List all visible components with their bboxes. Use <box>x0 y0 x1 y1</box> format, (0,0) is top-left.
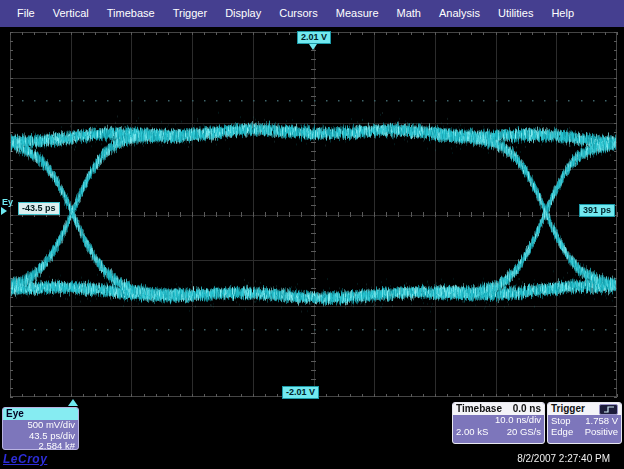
timebase-sample-rate: 20 GS/s <box>507 426 541 437</box>
lecroy-logo: LeCroy <box>3 452 47 466</box>
trigger-position-marker-icon[interactable] <box>68 399 78 406</box>
timebase-descriptor[interactable]: Timebase 0.0 ns 10.0 ns/div 2.00 kS 20 G… <box>452 402 545 444</box>
horizontal-offset-badge[interactable]: -43.5 ps <box>18 202 60 215</box>
trigger-type: Edge <box>551 426 573 437</box>
trace-level-marker-icon[interactable] <box>1 207 7 215</box>
right-edge-time-badge[interactable]: 391 ps <box>579 204 615 217</box>
cursor-top-voltage-badge[interactable]: 2.01 V <box>297 31 331 44</box>
timebase-samples: 2.00 kS <box>456 426 488 437</box>
trigger-source-icon <box>599 404 618 415</box>
trigger-descriptor[interactable]: Trigger Stop 1.758 V Edge Positive <box>547 402 622 444</box>
trigger-mode: Stop <box>551 415 571 426</box>
oscilloscope-screen: File Vertical Timebase Trigger Display C… <box>0 0 624 469</box>
trigger-title: Trigger <box>551 403 585 415</box>
eye-sweep-count: 2.584 k# <box>3 441 78 450</box>
timebase-scale: 10.0 ns/div <box>453 415 544 426</box>
trace-tag-label: Ey <box>2 197 13 207</box>
cursor-bottom-voltage-badge[interactable]: -2.01 V <box>282 386 319 399</box>
trigger-level: 1.758 V <box>585 415 618 426</box>
eye-trace-descriptor[interactable]: Eye 500 mV/div 43.5 ps/div 2.584 k# <box>2 407 79 450</box>
cursor-top-marker-icon[interactable] <box>309 44 317 50</box>
trigger-slope: Positive <box>585 426 618 437</box>
eye-vertical-scale: 500 mV/div <box>3 420 78 431</box>
clock-timestamp: 8/2/2007 2:27:40 PM <box>517 453 610 464</box>
status-bar: LeCroy 8/2/2007 2:27:40 PM <box>0 450 624 469</box>
